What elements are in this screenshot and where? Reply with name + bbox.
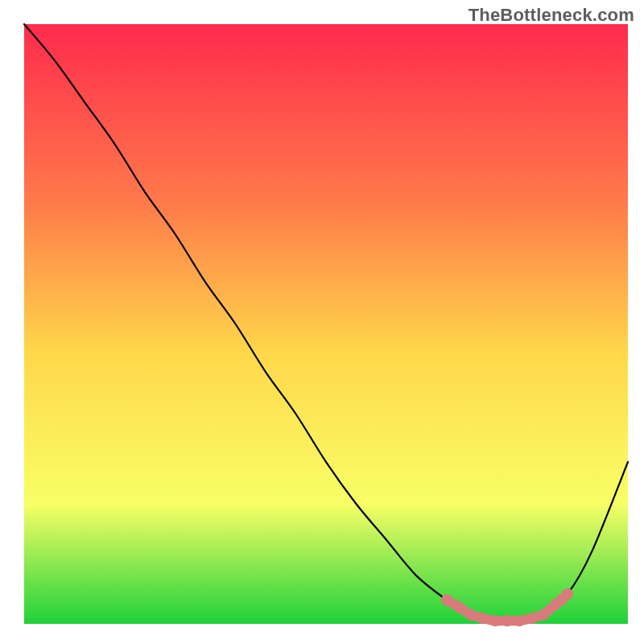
- sweet-spot-dot: [514, 615, 525, 626]
- sweet-spot-dot: [562, 588, 573, 600]
- watermark-text: TheBottleneck.com: [469, 5, 634, 26]
- sweet-spot-dot: [465, 609, 477, 621]
- sweet-spot-dot: [502, 615, 513, 626]
- chart-svg: [0, 0, 644, 644]
- sweet-spot-dot: [477, 613, 489, 624]
- sweet-spot-dot: [489, 615, 501, 626]
- sweet-spot-dot: [453, 601, 464, 613]
- bottleneck-chart: TheBottleneck.com: [0, 0, 644, 644]
- plot-background: [24, 24, 628, 624]
- sweet-spot-dot: [526, 613, 537, 624]
- sweet-spot-dot: [538, 609, 549, 621]
- sweet-spot-dot: [441, 594, 452, 605]
